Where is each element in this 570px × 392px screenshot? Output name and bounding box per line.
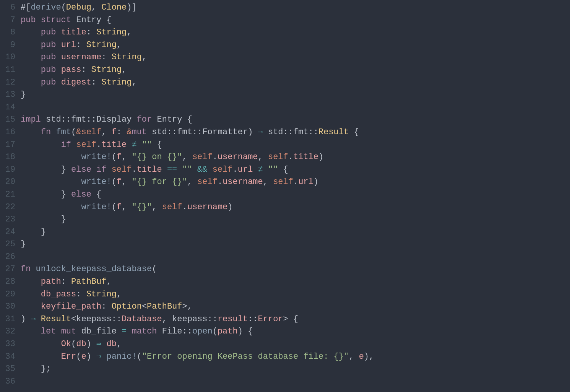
token-punct: ( xyxy=(213,327,218,336)
code-line[interactable]: write!(f, "{}", self.username) xyxy=(21,201,374,214)
token-punct: , xyxy=(117,339,122,349)
token-ident: username xyxy=(222,177,263,187)
code-line[interactable] xyxy=(21,251,374,264)
line-number: 8 xyxy=(0,26,15,39)
token-ident: title xyxy=(61,28,86,37)
token-selfkw: & xyxy=(127,127,132,137)
token-punct: ), xyxy=(364,352,374,361)
token-plain xyxy=(21,127,41,137)
token-plain xyxy=(21,215,61,224)
token-kw: impl xyxy=(21,115,46,124)
code-line[interactable]: fn fmt(&self, f: &mut std::fmt::Formatte… xyxy=(21,126,374,139)
token-ident: db xyxy=(107,339,117,349)
token-fnname: unlock_keepass_database xyxy=(36,264,152,274)
token-plain xyxy=(21,327,41,336)
code-line[interactable]: pub digest: String, xyxy=(21,76,374,89)
code-line[interactable]: } else { xyxy=(21,189,374,201)
token-enumv: Err xyxy=(61,352,76,361)
token-punct: ) xyxy=(21,314,31,324)
token-punct: : xyxy=(91,78,101,87)
token-plain: fmt xyxy=(177,127,192,137)
token-punct: : xyxy=(86,28,96,37)
token-ident: Error xyxy=(258,314,283,324)
token-ident: title xyxy=(101,140,132,150)
token-punct: > { xyxy=(283,314,299,324)
token-typ: String xyxy=(86,290,117,299)
token-punct: } xyxy=(21,90,26,99)
token-punct: ) xyxy=(318,152,323,162)
code-line[interactable]: } xyxy=(21,226,374,239)
code-line[interactable]: pub struct Entry { xyxy=(21,14,374,27)
code-line[interactable]: impl std::fmt::Display for Entry { xyxy=(21,114,374,126)
token-plain xyxy=(21,339,61,349)
code-line[interactable]: keyfile_path: Option<PathBuf>, xyxy=(21,301,374,313)
token-macro: panic! xyxy=(107,352,137,361)
token-ident: username xyxy=(61,52,102,62)
code-line[interactable]: }; xyxy=(21,363,374,376)
token-punct: : xyxy=(76,290,86,299)
code-line[interactable]: } xyxy=(21,89,374,101)
token-punct: < xyxy=(71,314,76,324)
code-line[interactable] xyxy=(21,101,374,114)
token-punct: . xyxy=(218,177,222,187)
code-line[interactable]: pub title: String, xyxy=(21,26,374,39)
code-line[interactable] xyxy=(21,376,374,388)
code-line[interactable]: write!(f, "{} on {}", self.username, sel… xyxy=(21,151,374,164)
token-punct: , xyxy=(122,202,132,212)
line-number: 20 xyxy=(0,176,15,189)
code-line[interactable]: Ok(db) ⇒ db, xyxy=(21,338,374,351)
token-punct: , xyxy=(91,3,101,12)
code-line[interactable]: Err(e) ⇒ panic!("Error opening KeePass d… xyxy=(21,351,374,363)
code-line[interactable]: if self.title ≠ "" { xyxy=(21,139,374,151)
code-line[interactable]: } xyxy=(21,238,374,251)
token-punct: >, xyxy=(182,302,192,311)
line-number: 27 xyxy=(0,263,15,276)
token-typ: String xyxy=(112,52,142,62)
token-ident: f xyxy=(117,177,122,187)
code-line[interactable]: } xyxy=(21,213,374,226)
token-kw: pub xyxy=(41,52,61,62)
line-number: 35 xyxy=(0,363,15,376)
token-punct: ) xyxy=(313,177,318,187)
token-punct: , xyxy=(263,177,273,187)
code-line[interactable]: db_pass: String, xyxy=(21,288,374,301)
token-kw: fn xyxy=(21,264,36,274)
token-punct: ( xyxy=(112,177,117,187)
token-punct: ) { xyxy=(238,327,253,336)
token-punct: )] xyxy=(127,3,136,12)
token-selfkw: self xyxy=(81,127,101,137)
token-selfkw: self xyxy=(192,152,213,162)
token-ident: f xyxy=(112,127,117,137)
code-line[interactable]: fn unlock_keepass_database( xyxy=(21,263,374,276)
token-plain: Formatter xyxy=(202,127,248,137)
code-editor[interactable]: 6789101112131415161718192021222324252627… xyxy=(0,0,570,392)
token-punct: { xyxy=(283,165,288,174)
code-line[interactable]: path: PathBuf, xyxy=(21,276,374,288)
code-line[interactable]: pub url: String, xyxy=(21,39,374,52)
token-selfkw: self xyxy=(162,202,182,212)
code-line[interactable]: write!(f, "{} for {}", self.username, se… xyxy=(21,176,374,189)
token-punct: ) xyxy=(86,339,96,349)
token-punct: :: xyxy=(208,314,218,324)
token-arrow: ⇒ xyxy=(96,352,106,361)
token-arrow: ⇒ xyxy=(96,339,106,349)
code-line[interactable]: ) → Result<keepass::Database, keepass::r… xyxy=(21,313,374,326)
code-line[interactable]: pub username: String, xyxy=(21,51,374,64)
code-line[interactable]: pub pass: String, xyxy=(21,64,374,76)
code-line[interactable]: let mut db_file = match File::open(path)… xyxy=(21,325,374,338)
token-typ: String xyxy=(86,40,117,50)
token-punct: . xyxy=(96,140,101,150)
token-plain xyxy=(21,28,41,37)
token-plain: db_file xyxy=(81,327,122,336)
token-macro: write! xyxy=(81,177,111,187)
token-plain xyxy=(21,352,61,361)
code-line[interactable]: #[derive(Debug, Clone)] xyxy=(21,2,374,14)
token-str: "Error opening KeePass database file: {}… xyxy=(142,352,349,361)
code-area[interactable]: #[derive(Debug, Clone)]pub struct Entry … xyxy=(18,0,374,392)
token-punct: { xyxy=(354,127,359,137)
token-ident: path xyxy=(218,327,238,336)
token-punct: : xyxy=(117,127,127,137)
code-line[interactable]: } else if self.title == "" && self.url ≠… xyxy=(21,164,374,176)
line-number: 28 xyxy=(0,276,15,288)
token-ident: path xyxy=(41,277,61,286)
